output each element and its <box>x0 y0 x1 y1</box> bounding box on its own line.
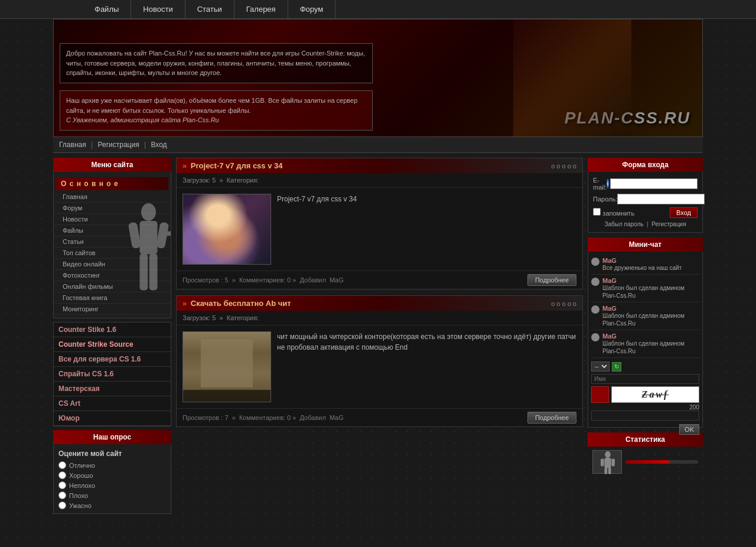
content-block-2-title: » Скачать бесплатно Ab чит <box>183 299 291 308</box>
chat-message-3: MaG Шаблон был сделан админом Plan-Css.R… <box>591 302 699 330</box>
chat-content-1: MaG Все дружненько на наш сайт <box>602 257 699 272</box>
chat-text-2: Шаблон был сделан админом Plan-Css.Ru <box>602 284 699 299</box>
chat-text-1: Все дружненько на наш сайт <box>602 264 699 272</box>
sidebar-cat-css[interactable]: Counter Strike Source <box>54 337 171 352</box>
header-archive-text: Наш архив уже насчитывает файла(ов), объ… <box>66 97 357 114</box>
chat-ok-btn[interactable]: OK <box>679 424 699 435</box>
sidebar-categories: Counter Stike 1.6 Counter Strike Source … <box>53 322 171 426</box>
svg-rect-11 <box>604 468 607 474</box>
breadcrumb-register[interactable]: Регистрация <box>98 141 139 149</box>
svg-rect-6 <box>149 253 158 291</box>
sidebar-cat-art[interactable]: CS Art <box>54 396 171 411</box>
stats-section: Статистика <box>588 432 703 477</box>
content-block-2-stars: o o o o o <box>551 300 576 307</box>
chat-color-btn[interactable] <box>591 386 609 403</box>
sidebar-link-home[interactable]: Главная <box>54 191 171 203</box>
remember-label: запомнить <box>602 210 634 217</box>
chat-captcha: Zawf <box>611 386 699 403</box>
svg-rect-12 <box>608 468 611 474</box>
poll-title: Наш опрос <box>53 430 171 444</box>
nav-tab-news[interactable]: Новости <box>131 0 185 18</box>
breadcrumb-home[interactable]: Главная <box>59 141 86 149</box>
stats-bar-row <box>592 450 698 474</box>
chat-user-2: MaG <box>602 277 699 284</box>
content-block-2-more-btn[interactable]: Подробнее <box>527 412 576 424</box>
stats-icon <box>592 450 622 474</box>
sidebar-cat-humor[interactable]: Юмор <box>54 411 171 426</box>
svg-rect-8 <box>604 458 611 468</box>
stats-bar-1 <box>625 460 698 464</box>
poll-radio-4[interactable] <box>58 491 66 499</box>
poll-option-1: Отлично <box>54 460 171 470</box>
captcha-count: 200 <box>689 404 699 411</box>
poll-option-5: Ужасно <box>54 500 171 510</box>
poll-radio-1[interactable] <box>58 461 66 469</box>
content-block-1-header: » Project-7 v7 для css v 34 o o o o o <box>177 158 582 173</box>
arrow-deco-1: » <box>183 161 187 170</box>
chat-lang-select[interactable]: -- <box>591 362 610 372</box>
breadcrumb-sep1: | <box>91 141 94 149</box>
chat-avatar-2 <box>591 278 599 286</box>
meta-arrow-1: » <box>220 177 223 184</box>
register-link[interactable]: Регистрация <box>651 221 686 227</box>
email-input[interactable] <box>610 178 698 189</box>
chat-send-input[interactable] <box>591 411 699 421</box>
sidebar-cat-cs16[interactable]: Counter Stike 1.6 <box>54 323 171 337</box>
password-input[interactable] <box>617 194 705 204</box>
stats-body <box>588 447 703 477</box>
svg-point-7 <box>605 451 611 458</box>
header-welcome-box: Добро пожаловать на сайт Plan-Css.Ru! У … <box>60 43 373 83</box>
poll-question: Оцените мой сайт <box>54 447 171 460</box>
sidebar-main-category: О с н о в н о е <box>56 177 168 190</box>
poll-body: Оцените мой сайт Отлично Хорошо Неплохо <box>53 444 171 514</box>
nav-tab-files[interactable]: Файлы <box>83 0 131 18</box>
poll-radio-2[interactable] <box>58 471 66 479</box>
chat-message-2: MaG Шаблон был сделан админом Plan-Css.R… <box>591 275 699 302</box>
svg-point-0 <box>141 203 156 221</box>
login-section: Форма входа E-mail: i Пароль: за <box>588 158 703 233</box>
chat-text-4: Шаблон был сделан админом Plan-Css.Ru <box>602 340 699 355</box>
mini-chat-title: Мини-чат <box>588 237 703 252</box>
chat-avatar-3 <box>591 305 599 314</box>
content-block-1: » Project-7 v7 для css v 34 o o o o o За… <box>176 158 583 289</box>
svg-rect-1 <box>140 221 158 254</box>
poll-option-2: Хорошо <box>54 470 171 480</box>
email-row: E-mail: i <box>593 177 698 191</box>
chat-user-3: MaG <box>602 305 699 312</box>
remember-checkbox[interactable] <box>593 208 601 216</box>
content-block-1-more-btn[interactable]: Подробнее <box>527 274 576 286</box>
content-block-2-body: чит мощный на читерской конторе(которая … <box>177 325 582 408</box>
poll-option-4: Плохо <box>54 490 171 500</box>
content-block-1-body: Project-7 v7 для css v 34 <box>177 188 582 271</box>
sidebar-cat-server[interactable]: Все для сервера CS 1.6 <box>54 352 171 367</box>
chat-user-4: MaG <box>602 333 699 340</box>
header-welcome-text: Добро пожаловать на сайт Plan-Css.Ru! У … <box>66 50 365 76</box>
nav-tab-articles[interactable]: Статьи <box>185 0 234 18</box>
content-block-1-stars: o o o o o <box>551 162 576 170</box>
header-banner: Добро пожаловать на сайт Plan-Css.Ru! У … <box>53 19 703 137</box>
chat-content-3: MaG Шаблон был сделан админом Plan-Css.R… <box>602 305 699 327</box>
poll-radio-5[interactable] <box>58 502 66 509</box>
chat-avatar-1 <box>591 258 599 266</box>
sidebar-cat-sprites[interactable]: Спрайты CS 1.6 <box>54 367 171 382</box>
chat-message-1: MaG Все дружненько на наш сайт <box>591 255 699 275</box>
forgot-links: Забыл пароль | Регистрация <box>593 221 698 227</box>
chat-name-input[interactable] <box>591 374 699 384</box>
chat-message-4: MaG Шаблон был сделан админом Plan-Css.R… <box>591 330 699 358</box>
email-label: E-mail: <box>593 177 607 191</box>
content-block-1-title: » Project-7 v7 для css v 34 <box>183 161 283 170</box>
header-decoration <box>513 19 631 137</box>
forgot-password-link[interactable]: Забыл пароль <box>604 221 643 227</box>
content-block-2-footer: Просмотров : 7 » Комментариев: 0 » Добав… <box>177 408 582 426</box>
arrow-deco-2: » <box>183 299 187 308</box>
chat-refresh-btn[interactable]: ↻ <box>612 362 621 372</box>
sidebar-cat-workshop[interactable]: Мастерская <box>54 382 171 396</box>
nav-tab-gallery[interactable]: Галерея <box>234 0 288 18</box>
content-block-2-meta: Загрузок: 5 » Категория: <box>177 311 582 325</box>
poll-radio-3[interactable] <box>58 481 66 489</box>
breadcrumb-login[interactable]: Вход <box>151 141 167 149</box>
login-button[interactable]: Вход <box>670 207 698 218</box>
nav-tab-forum[interactable]: Форум <box>288 0 336 18</box>
header-archive-box: Наш архив уже насчитывает файла(ов), объ… <box>60 90 373 131</box>
content-thumb-2 <box>183 331 271 402</box>
